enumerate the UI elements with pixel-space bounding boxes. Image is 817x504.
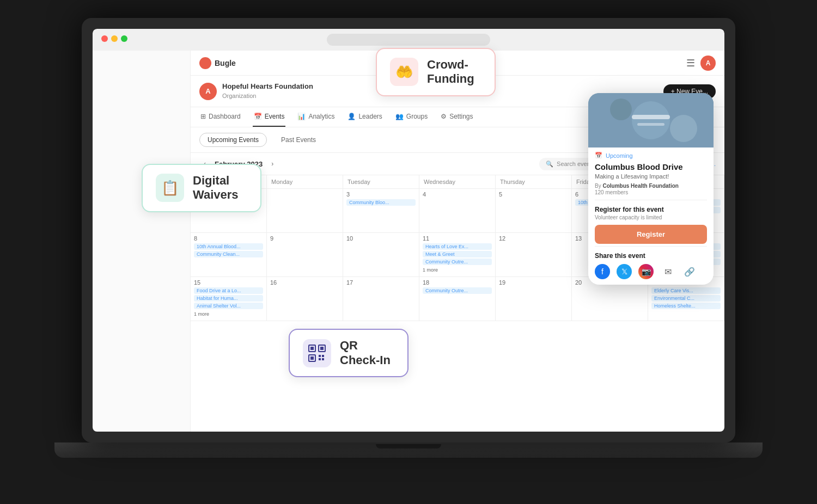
svg-rect-6 — [319, 355, 321, 357]
svg-rect-1 — [310, 347, 314, 350]
day-header-tue: Tuesday — [343, 175, 419, 188]
app-logo: Bugle — [199, 57, 236, 69]
svg-rect-5 — [310, 357, 314, 360]
traffic-lights — [101, 35, 127, 42]
event-title: Columbus Blood Drive — [588, 161, 714, 173]
register-title: Register for this event — [595, 206, 707, 213]
upcoming-badge: 📅 Upcoming — [588, 147, 714, 161]
calendar-cell[interactable]: 19 — [496, 277, 572, 321]
calendar-cell[interactable]: 8 10th Annual Blood... Community Clean..… — [191, 233, 267, 276]
twitter-share-button[interactable]: 𝕏 — [617, 264, 632, 279]
qr-icon — [303, 339, 331, 367]
calendar-cell[interactable]: 16 — [267, 277, 343, 321]
logo-icon — [199, 57, 211, 69]
next-month-button[interactable]: › — [267, 158, 278, 169]
register-section: Register for this event Volunteer capaci… — [588, 200, 714, 246]
calendar-cell[interactable]: 11 Hearts of Love Ex... Meet & Greet Com… — [419, 233, 496, 276]
svg-point-15 — [670, 115, 697, 142]
email-share-button[interactable]: ✉ — [660, 264, 675, 279]
tab-settings[interactable]: ⚙ Settings — [440, 107, 474, 127]
analytics-icon: 📊 — [297, 113, 306, 120]
calendar-cell[interactable]: 17 — [343, 277, 419, 321]
digital-waivers-card: 📋 Digital Waivers — [142, 164, 261, 212]
event-subtitle: Making a Lifesaving Impact! — [588, 173, 714, 183]
event-chip[interactable]: Community Outre... — [423, 259, 492, 265]
event-chip[interactable]: 10th Annual Blood... — [194, 243, 263, 250]
svg-rect-7 — [322, 355, 324, 357]
search-icon: 🔍 — [546, 161, 553, 168]
event-chip[interactable]: Community Clean... — [194, 251, 263, 257]
event-chip[interactable]: Homeless Shelte... — [651, 303, 721, 309]
event-chip[interactable]: Habitat for Huma... — [194, 295, 263, 302]
tab-dashboard[interactable]: ⊞ Dashboard — [199, 107, 242, 127]
more-events[interactable]: 1 more — [423, 267, 438, 273]
hamburger-icon[interactable]: ☰ — [686, 57, 695, 69]
calendar-cell[interactable]: 15 Food Drive at a Lo... Habitat for Hum… — [191, 277, 267, 321]
calendar-cell[interactable]: 18 Community Outre... — [419, 277, 496, 321]
event-chip[interactable]: Elderly Care Vis... — [651, 287, 721, 294]
calendar-cell[interactable]: 10 — [343, 233, 419, 276]
facebook-share-button[interactable]: f — [595, 264, 610, 279]
qr-checkin-card: QR Check-In — [289, 329, 408, 377]
svg-rect-3 — [320, 347, 324, 350]
events-icon: 📅 — [254, 113, 262, 120]
laptop-notch — [376, 444, 441, 448]
svg-point-11 — [632, 101, 670, 139]
event-org: By Columbus Health Foundation — [588, 183, 714, 189]
past-events-button[interactable]: Past Events — [273, 133, 324, 146]
browser-chrome — [93, 29, 724, 51]
calendar-cell[interactable]: 5 — [496, 189, 572, 232]
tab-analytics[interactable]: 📊 Analytics — [296, 107, 336, 127]
register-button[interactable]: Register — [595, 225, 707, 244]
org-avatar: A — [199, 83, 217, 100]
tab-groups[interactable]: 👥 Groups — [394, 107, 429, 127]
copy-link-button[interactable]: 🔗 — [682, 264, 697, 279]
day-header-mon: Monday — [267, 175, 343, 188]
laptop-base — [54, 442, 763, 458]
event-chip[interactable]: Community Outre... — [423, 287, 492, 294]
header-avatar[interactable]: A — [700, 56, 716, 71]
calendar-cell[interactable]: 12 — [496, 233, 572, 276]
blood-drive-visual — [588, 93, 714, 147]
svg-rect-12 — [632, 115, 670, 119]
mobile-event-card: 📅 Upcoming Columbus Blood Drive Making a… — [588, 93, 714, 285]
event-image — [588, 93, 714, 147]
org-type: Organization — [222, 93, 256, 99]
event-chip[interactable]: Community Bloo... — [346, 199, 416, 206]
more-events[interactable]: 1 more — [194, 311, 209, 317]
event-chip[interactable]: Meet & Greet — [423, 251, 492, 257]
event-chip[interactable]: Hearts of Love Ex... — [423, 243, 492, 250]
settings-icon: ⚙ — [441, 113, 447, 120]
event-chip[interactable]: Environmental C... — [651, 295, 721, 302]
leaders-icon: 👤 — [347, 113, 356, 120]
instagram-share-button[interactable]: 📷 — [638, 264, 654, 279]
upcoming-label: Upcoming — [606, 152, 633, 159]
calendar-cell[interactable]: 3 Community Bloo... — [343, 189, 419, 232]
tab-events[interactable]: 📅 Events — [253, 107, 286, 127]
calendar-cell[interactable]: 4 — [419, 189, 496, 232]
fullscreen-button[interactable] — [121, 35, 127, 42]
svg-point-14 — [610, 99, 632, 120]
svg-rect-13 — [637, 123, 664, 126]
event-chip[interactable]: Food Drive at a Lo... — [194, 287, 263, 294]
org-info: Hopeful Hearts Foundation Organization — [222, 82, 313, 100]
address-bar[interactable] — [327, 34, 490, 46]
minimize-button[interactable] — [111, 35, 118, 42]
header-right: ☰ A — [686, 56, 716, 71]
tab-leaders[interactable]: 👤 Leaders — [346, 107, 383, 127]
event-chip[interactable]: Animal Shelter Vol... — [194, 303, 263, 309]
crowd-funding-icon: 🤲 — [390, 58, 418, 86]
org-name-link[interactable]: Columbus Health Foundation — [602, 183, 678, 189]
upcoming-events-button[interactable]: Upcoming Events — [199, 133, 267, 147]
svg-rect-9 — [322, 358, 324, 360]
close-button[interactable] — [101, 35, 108, 42]
crowd-funding-text: Crowd- Funding — [427, 58, 474, 87]
day-header-thu: Thursday — [496, 175, 572, 188]
calendar-cell[interactable] — [267, 189, 343, 232]
member-count: 120 members — [588, 189, 714, 200]
digital-waivers-icon: 📋 — [156, 174, 184, 202]
calendar-icon-small: 📅 — [595, 152, 602, 159]
left-sidebar — [93, 51, 191, 432]
share-section: Share this event f 𝕏 📷 ✉ 🔗 — [588, 247, 714, 285]
calendar-cell[interactable]: 9 — [267, 233, 343, 276]
